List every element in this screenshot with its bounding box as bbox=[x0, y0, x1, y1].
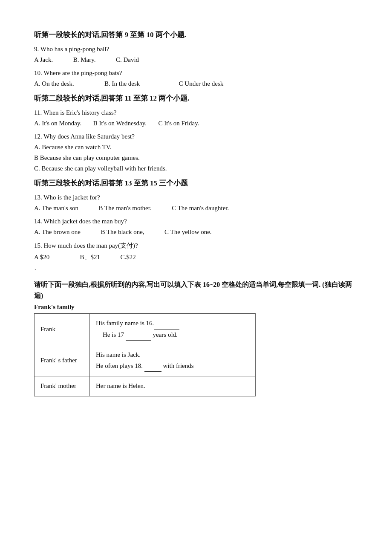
q11-number: 11. bbox=[34, 109, 42, 116]
question-11: 11. When is Eric's history class? bbox=[34, 109, 358, 116]
q13-option-a: A. The man's son bbox=[34, 205, 78, 211]
q11-option-a: A. It's on Monday. bbox=[34, 120, 81, 127]
q10-option-c: C Under the desk bbox=[179, 80, 224, 87]
q9-options: A Jack. B. Mary. C. David bbox=[34, 56, 358, 64]
q12-option-b: B Because she can play computer games. bbox=[34, 154, 358, 162]
q12-option-c: C. Because she can play volleyball with … bbox=[34, 165, 358, 172]
blank-17 bbox=[126, 330, 151, 341]
blank-18 bbox=[144, 361, 161, 372]
q10-text: Where are the ping-pong bats? bbox=[43, 69, 122, 76]
section1-title: 听第一段较长的对话,回答第 9 至第 10 两个小题. bbox=[34, 30, 358, 40]
question-13: 13. Who is the jacket for? bbox=[34, 194, 358, 201]
q9-text: Who has a ping-pong ball? bbox=[40, 46, 110, 52]
q9-option-c: C. David bbox=[116, 56, 139, 63]
frank-line2: He is 17 years old. bbox=[96, 330, 249, 341]
q12-number: 12. bbox=[34, 133, 42, 140]
q10-options: A. On the desk. B. In the desk C Under t… bbox=[34, 80, 358, 87]
frank-label: Frank bbox=[35, 314, 90, 345]
blank-16 bbox=[154, 318, 179, 330]
question-9: 9. Who has a ping-pong ball? bbox=[34, 46, 358, 53]
q9-option-b: B. Mary. bbox=[73, 56, 96, 63]
frank-content: His family name is 16. He is 17 years ol… bbox=[90, 314, 256, 345]
q12-options: A. Because she can watch TV. B Because s… bbox=[34, 144, 358, 172]
question-14: 14. Which jacket does the man buy? bbox=[34, 218, 358, 225]
q13-text: Who is the jacket for? bbox=[43, 194, 100, 201]
fill-section: 请听下面一段独白,根据所听到的内容,写出可以填入下表 16~20 空格处的适当单… bbox=[34, 279, 358, 396]
table-row-father: Frank' s father His name is Jack. He oft… bbox=[35, 345, 256, 376]
table-row-mother: Frank' mother Her name is Helen. bbox=[35, 376, 256, 396]
q14-number: 14. bbox=[34, 218, 42, 225]
q10-number: 10. bbox=[34, 69, 42, 76]
q14-option-b: B The black one, bbox=[101, 228, 144, 235]
q12-option-a: A. Because she can watch TV. bbox=[34, 144, 358, 151]
mother-label: Frank' mother bbox=[35, 376, 90, 396]
q15-option-a: A $20 bbox=[34, 254, 49, 260]
q13-option-c: C The man's daughter. bbox=[172, 205, 229, 211]
fill-instruction: 请听下面一段独白,根据所听到的内容,写出可以填入下表 16~20 空格处的适当单… bbox=[34, 279, 358, 301]
mother-line1: Her name is Helen. bbox=[96, 381, 249, 392]
table-title: Frank's family bbox=[34, 304, 358, 311]
q11-option-c: C It's on Friday. bbox=[159, 120, 199, 127]
q10-option-b: B. In the desk bbox=[104, 80, 140, 87]
father-line1: His name is Jack. bbox=[96, 350, 249, 361]
q14-text: Which jacket does the man buy? bbox=[43, 218, 127, 225]
section2-title: 听第二段较长的对话,回答第 11 至第 12 两个小题. bbox=[34, 93, 358, 103]
q15-option-b: B、$21 bbox=[80, 254, 101, 260]
q14-option-a: A. The brown one bbox=[34, 228, 81, 235]
q10-option-a: A. On the desk. bbox=[34, 80, 74, 87]
table-row-frank: Frank His family name is 16. He is 17 ye… bbox=[35, 314, 256, 345]
father-line2: He often plays 18. with friends bbox=[96, 361, 249, 372]
q15-number: 15. bbox=[34, 242, 42, 249]
question-12: 12. Why does Anna like Saturday best? bbox=[34, 133, 358, 140]
q14-option-c: C The yellow one. bbox=[164, 228, 212, 235]
q11-text: When is Eric's history class? bbox=[43, 109, 117, 116]
q15-text: How much does the man pay(支付)? bbox=[44, 242, 138, 249]
q13-option-b: B The man's mother. bbox=[99, 205, 152, 211]
q15-options: A $20 B、$21 C.$22 bbox=[34, 253, 358, 261]
q11-options: A. It's on Monday. B It's on Wednesday. … bbox=[34, 120, 358, 127]
q15-option-c: C.$22 bbox=[121, 254, 136, 260]
frank-table: Frank His family name is 16. He is 17 ye… bbox=[34, 313, 256, 396]
q11-option-b: B It's on Wednesday. bbox=[93, 120, 147, 127]
question-10: 10. Where are the ping-pong bats? bbox=[34, 69, 358, 77]
comma-mark: 、 bbox=[34, 264, 358, 272]
question-15: 15. How much does the man pay(支付)? bbox=[34, 242, 358, 250]
frank-line1: His family name is 16. bbox=[96, 318, 249, 330]
q14-options: A. The brown one B The black one, C The … bbox=[34, 228, 358, 236]
father-label: Frank' s father bbox=[35, 345, 90, 376]
q9-number: 9. bbox=[34, 46, 39, 52]
q13-number: 13. bbox=[34, 194, 42, 201]
q13-options: A. The man's son B The man's mother. C T… bbox=[34, 205, 358, 212]
father-content: His name is Jack. He often plays 18. wit… bbox=[90, 345, 256, 376]
section3-title: 听第三段较长的对话,回答第 13 至第 15 三个小题 bbox=[34, 178, 358, 188]
q12-text: Why does Anna like Saturday best? bbox=[43, 133, 135, 140]
q9-option-a: A Jack. bbox=[34, 56, 53, 63]
mother-content: Her name is Helen. bbox=[90, 376, 256, 396]
